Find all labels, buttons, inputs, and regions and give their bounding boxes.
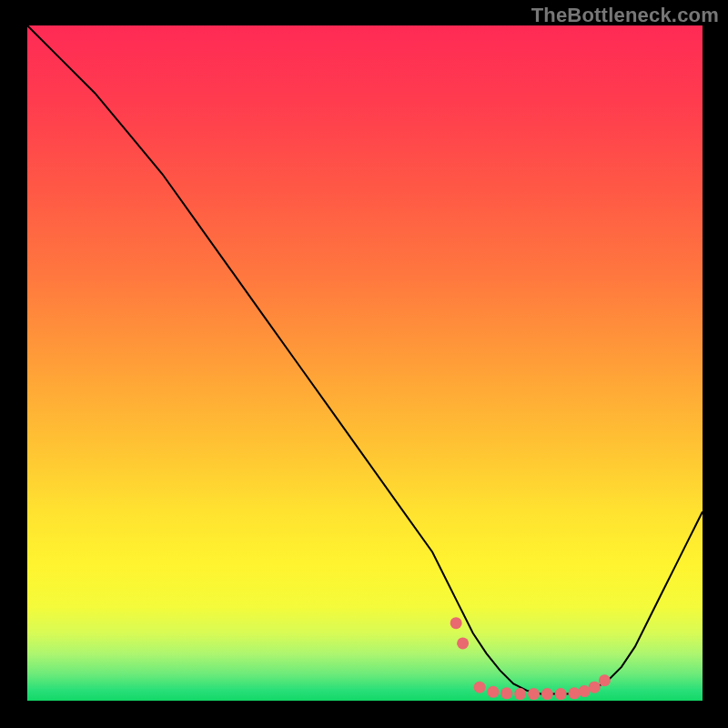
highlight-dot <box>487 686 499 698</box>
highlight-dot <box>555 688 567 700</box>
highlight-dot <box>450 617 462 629</box>
plot-background <box>27 25 703 701</box>
highlight-dot <box>569 687 581 699</box>
highlight-dot <box>541 688 553 700</box>
highlight-dot <box>599 674 611 686</box>
highlight-dot <box>500 687 512 699</box>
watermark-text: TheBottleneck.com <box>531 4 719 27</box>
highlight-dot <box>589 682 601 693</box>
highlight-dot <box>528 688 540 700</box>
highlight-dot <box>474 682 486 693</box>
highlight-dot <box>579 685 591 697</box>
bottleneck-chart <box>0 0 728 728</box>
highlight-dot <box>457 637 469 649</box>
highlight-dot <box>514 688 526 700</box>
